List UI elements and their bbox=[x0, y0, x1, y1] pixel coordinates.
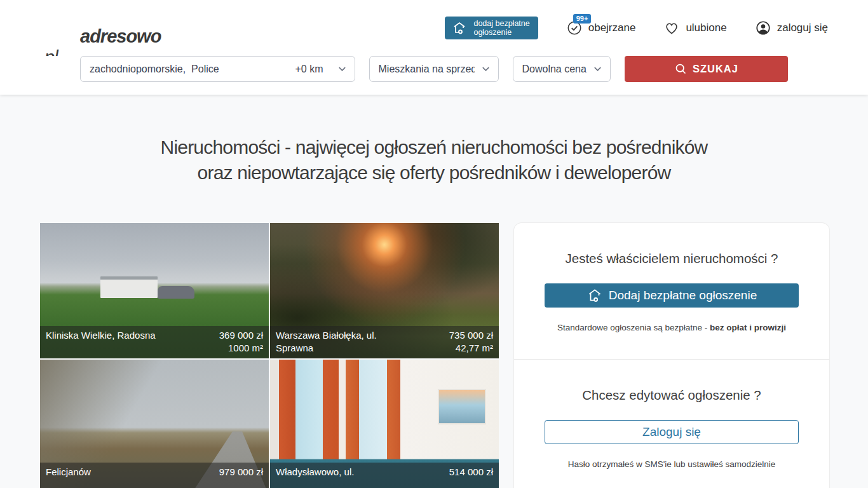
photo-wall-art-shape bbox=[439, 390, 485, 423]
owner-section: Jesteś właścicielem nieruchomości ? Doda… bbox=[514, 223, 829, 359]
heart-icon bbox=[663, 20, 680, 36]
listing-location: Kliniska Wielkie, Radosna bbox=[46, 329, 156, 355]
price-value: Dowolna cena bbox=[522, 64, 587, 75]
chevron-down-icon bbox=[481, 64, 491, 74]
listing-area: 42,77 m² bbox=[456, 342, 493, 353]
location-input[interactable] bbox=[90, 64, 295, 75]
search-button-label: SZUKAJ bbox=[693, 63, 738, 75]
listing-caption: Kliniska Wielkie, Radosna 369 000 zł 100… bbox=[40, 326, 269, 358]
login-button-label: Zaloguj się bbox=[642, 425, 701, 438]
user-circle-icon bbox=[755, 20, 771, 36]
add-free-listing-label: Dodaj bezpłatne ogłoszenie bbox=[609, 288, 757, 302]
category-select[interactable]: Mieszkania na sprzeda bbox=[369, 56, 499, 82]
add-listing-label-line2: ogłoszenie bbox=[473, 28, 512, 37]
listing-card[interactable]: Władysławowo, ul. 514 000 zł bbox=[270, 360, 499, 488]
listing-price: 735 000 zł bbox=[449, 330, 493, 341]
listing-caption: Felicjanów 979 000 zł bbox=[40, 463, 269, 488]
photo-house-shape bbox=[100, 276, 158, 298]
category-value: Mieszkania na sprzeda bbox=[379, 64, 475, 75]
logo-main: adresowo bbox=[40, 26, 201, 47]
listing-card[interactable]: Felicjanów 979 000 zł bbox=[40, 360, 269, 488]
owner-section-note: Standardowe ogłoszenia są bezpłatne - be… bbox=[545, 323, 799, 332]
page-title-line2: oraz niepowtarzające się oferty pośredni… bbox=[198, 162, 671, 183]
edit-section-title: Chcesz edytować ogłoszenie ? bbox=[545, 388, 799, 403]
listing-price: 514 000 zł bbox=[449, 466, 493, 477]
add-listing-button[interactable]: dodaj bezpłatne ogłoszenie bbox=[445, 17, 538, 39]
location-field: +0 km bbox=[80, 56, 355, 82]
nav-label-favorites: ulubione bbox=[686, 22, 726, 34]
listing-price: 979 000 zł bbox=[219, 466, 263, 477]
edit-section-note: Hasło otrzymałeś w SMS'ie lub ustawiłeś … bbox=[545, 459, 799, 469]
photo-car-shape bbox=[158, 286, 194, 299]
house-plus-icon bbox=[587, 287, 603, 304]
check-circle-icon: 99+ bbox=[566, 20, 583, 36]
nav-item-viewed[interactable]: 99+ obejrzane bbox=[566, 20, 636, 36]
owner-section-title: Jesteś właścicielem nieruchomości ? bbox=[545, 251, 799, 266]
listing-location: Felicjanów bbox=[46, 466, 91, 488]
listing-card[interactable]: Warszawa Białołęka, ul. Sprawna 735 000 … bbox=[270, 223, 499, 358]
edit-section: Chcesz edytować ogłoszenie ? Zaloguj się… bbox=[514, 359, 829, 488]
listing-caption: Warszawa Białołęka, ul. Sprawna 735 000 … bbox=[270, 326, 499, 358]
add-listing-label-line1: dodaj bezpłatne bbox=[473, 19, 529, 28]
listing-location: Władysławowo, ul. bbox=[276, 466, 354, 488]
radius-select[interactable]: +0 km bbox=[295, 64, 346, 75]
viewed-count-badge: 99+ bbox=[573, 14, 592, 24]
listing-price: 369 000 zł bbox=[219, 330, 263, 341]
nav-label-login: zaloguj się bbox=[777, 22, 828, 34]
hero: Nieruchomości - najwięcej ogłoszeń nieru… bbox=[0, 95, 868, 186]
listing-caption: Władysławowo, ul. 514 000 zł bbox=[270, 463, 499, 488]
owner-sidebar: Jesteś właścicielem nieruchomości ? Doda… bbox=[514, 223, 829, 488]
login-button[interactable]: Zaloguj się bbox=[545, 420, 799, 444]
listing-location: Warszawa Białołęka, ul. Sprawna bbox=[276, 329, 406, 355]
listing-card[interactable]: Kliniska Wielkie, Radosna 369 000 zł 100… bbox=[40, 223, 269, 358]
chevron-down-icon bbox=[337, 64, 347, 74]
listings-grid: Kliniska Wielkie, Radosna 369 000 zł 100… bbox=[40, 223, 499, 488]
listing-area: 1000 m² bbox=[228, 342, 263, 353]
nav-item-login[interactable]: zaloguj się bbox=[755, 20, 828, 36]
add-free-listing-button[interactable]: Dodaj bezpłatne ogłoszenie bbox=[545, 283, 799, 308]
page-title: Nieruchomości - najwięcej ogłoszeń nieru… bbox=[0, 135, 868, 186]
nav-item-favorites[interactable]: ulubione bbox=[663, 20, 726, 36]
nav-label-viewed: obejrzane bbox=[588, 22, 636, 34]
chevron-down-icon bbox=[593, 64, 602, 74]
house-plus-icon bbox=[451, 20, 468, 36]
search-bar: +0 km Mieszkania na sprzeda Dowolna cena… bbox=[40, 56, 828, 95]
main-content: Kliniska Wielkie, Radosna 369 000 zł 100… bbox=[0, 223, 868, 488]
owner-note-bold: bez opłat i prowizji bbox=[710, 323, 786, 332]
search-icon bbox=[674, 62, 688, 76]
radius-value: +0 km bbox=[295, 64, 323, 75]
page-title-line1: Nieruchomości - najwięcej ogłoszeń nieru… bbox=[161, 137, 708, 158]
price-select[interactable]: Dowolna cena bbox=[513, 56, 611, 82]
top-bar: adresowo.pl dodaj bezpłatne ogłoszenie bbox=[0, 0, 868, 95]
owner-note-regular: Standardowe ogłoszenia są bezpłatne - bbox=[557, 323, 710, 332]
search-button[interactable]: SZUKAJ bbox=[625, 56, 788, 82]
